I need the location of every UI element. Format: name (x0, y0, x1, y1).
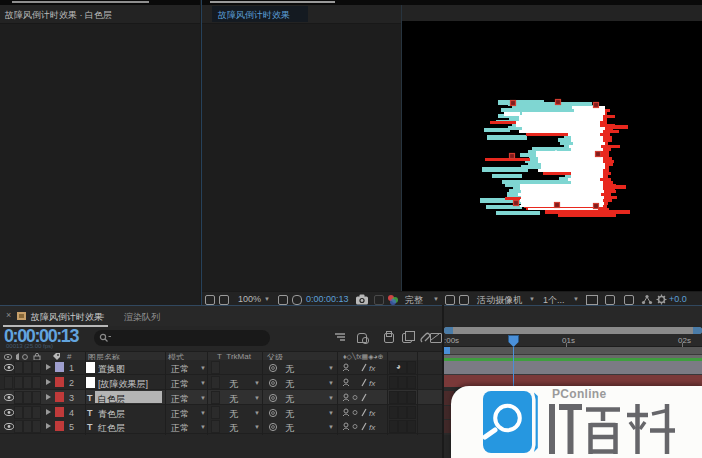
svg-text:fx: fx (369, 364, 376, 372)
svg-text:fx: fx (369, 423, 376, 431)
svg-text:fx: fx (369, 409, 376, 417)
svg-text:fx: fx (369, 379, 376, 387)
